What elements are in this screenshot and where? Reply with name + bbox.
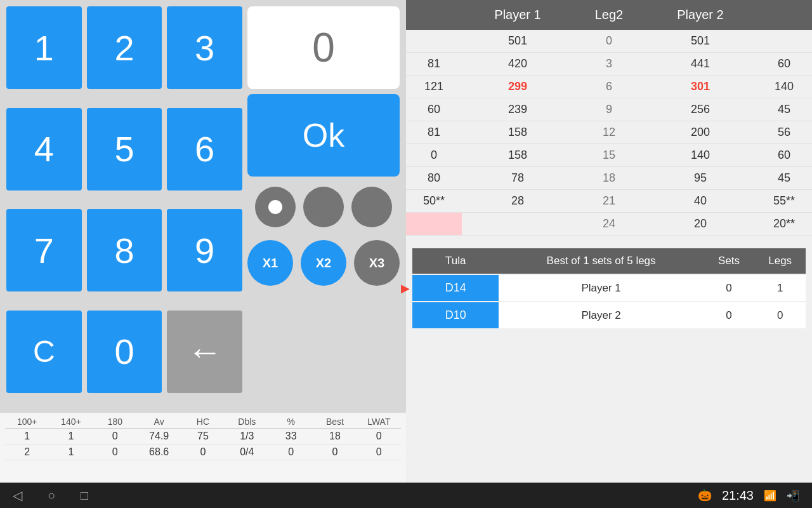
btn-backspace[interactable]: ← [167, 311, 242, 393]
info-col-sets: Sets [704, 248, 755, 274]
numpad-grid: 1 2 3 4 5 6 7 8 9 C 0 ← [6, 6, 242, 406]
btn-4[interactable]: 4 [6, 108, 82, 190]
score-p1-throw-0 [406, 30, 462, 53]
stat-header-pct: % [269, 415, 313, 429]
s1-100plus: 1 [5, 429, 49, 444]
score-table-body: 501 0 501 81 420 3 441 60 121 299 6 301 … [406, 30, 812, 236]
recents-icon[interactable]: □ [81, 488, 88, 503]
info-legs-1: 0 [754, 302, 806, 328]
score-p2-throw-5: 60 [756, 144, 812, 167]
home-icon[interactable]: ○ [48, 488, 55, 503]
col-p1-score-header [406, 0, 462, 30]
info-col-tula: Tula [412, 248, 499, 274]
score-table-header: Player 1 Leg2 Player 2 [406, 0, 812, 30]
score-p1-throw-3: 60 [406, 98, 462, 121]
score-p2-throw-2: 140 [756, 76, 812, 98]
btn-8[interactable]: 8 [87, 209, 162, 291]
btn-1[interactable]: 1 [6, 6, 82, 89]
s2-180: 0 [93, 444, 137, 460]
info-table-body: D14 Player 1 0 1 D10 Player 2 0 0 [412, 274, 806, 328]
score-leg-4: 12 [573, 121, 645, 144]
multiplier-row: X1 X2 X3 [247, 237, 400, 288]
score-leg-1: 3 [573, 53, 645, 76]
score-p2-rem-0: 501 [645, 30, 756, 53]
left-panel: 1 2 3 4 5 6 7 8 9 C 0 ← 0 Ok [0, 0, 406, 483]
col-leg-header: Leg2 [573, 0, 645, 30]
player-arrow: ▶ [401, 281, 410, 295]
score-p2-throw-3: 45 [756, 98, 812, 121]
info-col-best: Best of 1 sets of 5 legs [499, 248, 703, 274]
radio-2[interactable] [303, 187, 344, 227]
score-leg-7: 21 [573, 190, 645, 213]
nav-bar: ◁ ○ □ 🎃 21:43 📶 📲 [0, 483, 812, 508]
info-table-wrap: ▶ Tula Best of 1 sets of 5 legs Sets Leg… [406, 242, 812, 328]
info-name-1: D10 [412, 302, 499, 328]
s1-av: 74.9 [137, 429, 181, 444]
x3-button[interactable]: X3 [354, 240, 400, 286]
score-row-1: 81 420 3 441 60 [406, 53, 812, 76]
score-p2-rem-3: 256 [645, 98, 756, 121]
x1-button[interactable]: X1 [247, 240, 293, 286]
stat-header-hc: HC [181, 415, 225, 429]
radio-2-inner [317, 200, 331, 214]
stats-area: 100+ 140+ 180 Av HC Dbls % Best LWAT 1 1… [0, 413, 406, 483]
btn-9[interactable]: 9 [167, 209, 242, 291]
radio-3-inner [365, 200, 379, 214]
score-p1-throw-1: 81 [406, 53, 462, 76]
btn-3[interactable]: 3 [167, 6, 242, 89]
s1-dbls: 1/3 [225, 429, 269, 444]
back-icon[interactable]: ◁ [13, 488, 22, 503]
s2-lwat: 0 [357, 444, 401, 460]
stats-header-row: 100+ 140+ 180 Av HC Dbls % Best LWAT [5, 415, 401, 429]
score-p2-rem-8: 20 [645, 213, 756, 236]
score-p2-throw-0 [756, 30, 812, 53]
score-row-0: 501 0 501 [406, 30, 812, 53]
stat-header-lwat: LWAT [357, 415, 401, 429]
info-sets-0: 0 [704, 274, 755, 302]
btn-6[interactable]: 6 [167, 108, 242, 190]
x2-button[interactable]: X2 [301, 240, 346, 286]
info-sets-1: 0 [704, 302, 755, 328]
halloween-icon: 🎃 [698, 488, 712, 502]
btn-0[interactable]: 0 [87, 311, 162, 393]
stats-row-1: 1 1 0 74.9 75 1/3 33 18 0 [5, 429, 401, 444]
score-p2-rem-4: 200 [645, 121, 756, 144]
radio-1-inner [268, 200, 282, 214]
score-p2-rem-2: 301 [645, 76, 756, 98]
info-player-1: Player 2 [499, 302, 703, 328]
ok-button[interactable]: Ok [247, 94, 400, 177]
info-row-1: D10 Player 2 0 0 [412, 302, 806, 328]
radio-3[interactable] [351, 187, 392, 227]
score-leg-2: 6 [573, 76, 645, 98]
score-p1-rem-7: 28 [462, 190, 573, 213]
score-row-8: 24 20 20** [406, 213, 812, 236]
score-p1-rem-6: 78 [462, 167, 573, 190]
s1-180: 0 [93, 429, 137, 444]
score-row-3: 60 239 9 256 45 [406, 98, 812, 121]
btn-2[interactable]: 2 [87, 6, 162, 89]
info-table-header: Tula Best of 1 sets of 5 legs Sets Legs [412, 248, 806, 274]
btn-5[interactable]: 5 [87, 108, 162, 190]
btn-7[interactable]: 7 [6, 209, 82, 291]
s2-av: 68.6 [137, 444, 181, 460]
numpad-area: 1 2 3 4 5 6 7 8 9 C 0 ← 0 Ok [0, 0, 406, 413]
s2-140plus: 1 [49, 444, 93, 460]
btn-clear[interactable]: C [6, 311, 82, 393]
stat-header-100plus: 100+ [5, 415, 49, 429]
score-p1-rem-0: 501 [462, 30, 573, 53]
s1-pct: 33 [269, 429, 313, 444]
stat-header-140plus: 140+ [49, 415, 93, 429]
nav-right: 🎃 21:43 📶 📲 [698, 488, 799, 503]
s2-hc: 0 [181, 444, 225, 460]
score-p2-throw-6: 45 [756, 167, 812, 190]
score-p1-throw-4: 81 [406, 121, 462, 144]
score-p1-throw-2: 121 [406, 76, 462, 98]
col-p2-score-header [756, 0, 812, 30]
score-p1-rem-2: 299 [462, 76, 573, 98]
wifi-icon: 📶 [764, 490, 776, 502]
right-controls: 0 Ok X1 X2 X3 [247, 6, 400, 406]
radio-1[interactable] [255, 187, 296, 227]
s1-hc: 75 [181, 429, 225, 444]
score-p1-throw-7: 50** [406, 190, 462, 213]
info-col-legs: Legs [754, 248, 806, 274]
